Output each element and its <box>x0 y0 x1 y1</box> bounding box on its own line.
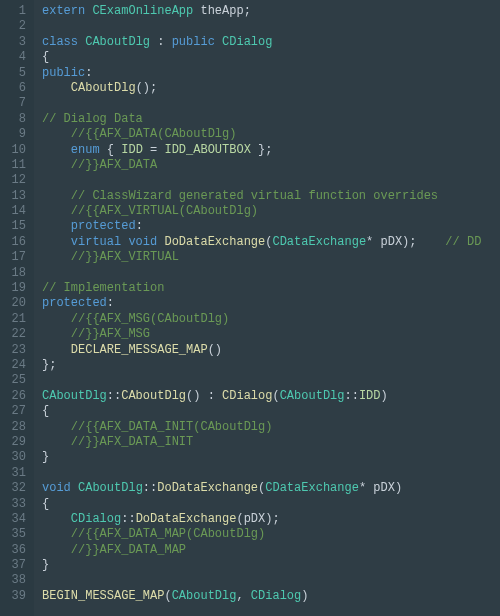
line-number: 18 <box>0 266 26 281</box>
code-line[interactable]: BEGIN_MESSAGE_MAP(CAboutDlg, CDialog) <box>42 589 500 604</box>
code-line[interactable]: protected: <box>42 296 500 311</box>
line-number: 13 <box>0 189 26 204</box>
code-line[interactable]: enum { IDD = IDD_ABOUTBOX }; <box>42 143 500 158</box>
token-punct: , <box>236 589 250 603</box>
token-keyword: virtual <box>71 235 129 249</box>
token-plain <box>42 512 71 526</box>
line-number: 19 <box>0 281 26 296</box>
token-enumval: IDD <box>121 143 143 157</box>
token-comment: //{{AFX_DATA_MAP(CAboutDlg) <box>71 527 265 541</box>
code-line[interactable]: { <box>42 50 500 65</box>
token-comment: //}}AFX_DATA_MAP <box>71 543 186 557</box>
code-line[interactable]: { <box>42 497 500 512</box>
line-number: 21 <box>0 312 26 327</box>
token-comment: // Dialog Data <box>42 112 143 126</box>
line-number: 20 <box>0 296 26 311</box>
code-line[interactable]: CAboutDlg::CAboutDlg() : CDialog(CAboutD… <box>42 389 500 404</box>
line-number: 5 <box>0 66 26 81</box>
token-plain <box>251 143 258 157</box>
code-line[interactable]: //}}AFX_DATA <box>42 158 500 173</box>
token-plain <box>100 143 107 157</box>
code-line[interactable]: protected: <box>42 219 500 234</box>
token-type: CDialog <box>222 35 272 49</box>
line-number: 25 <box>0 373 26 388</box>
token-punct: }; <box>258 143 272 157</box>
code-line[interactable]: void CAboutDlg::DoDataExchange(CDataExch… <box>42 481 500 496</box>
code-line[interactable]: // ClassWizard generated virtual functio… <box>42 189 500 204</box>
code-line[interactable]: //}}AFX_DATA_MAP <box>42 543 500 558</box>
code-line[interactable]: public: <box>42 66 500 81</box>
token-punct: * <box>359 481 366 495</box>
line-number: 37 <box>0 558 26 573</box>
code-line[interactable]: //{{AFX_DATA_MAP(CAboutDlg) <box>42 527 500 542</box>
token-keyword: void <box>128 235 157 249</box>
code-line[interactable]: // Implementation <box>42 281 500 296</box>
code-line[interactable]: } <box>42 558 500 573</box>
token-plain <box>200 389 207 403</box>
code-line[interactable]: //{{AFX_MSG(CAboutDlg) <box>42 312 500 327</box>
code-line[interactable]: //{{AFX_DATA_INIT(CAboutDlg) <box>42 420 500 435</box>
token-punct: : <box>107 296 114 310</box>
token-plain <box>42 219 71 233</box>
code-line[interactable]: //{{AFX_VIRTUAL(CAboutDlg) <box>42 204 500 219</box>
token-plain <box>215 389 222 403</box>
token-type: CDataExchange <box>272 235 366 249</box>
token-type: CAboutDlg <box>172 589 237 603</box>
code-line[interactable]: { <box>42 404 500 419</box>
code-line[interactable]: // Dialog Data <box>42 112 500 127</box>
code-line[interactable] <box>42 96 500 111</box>
code-line[interactable]: virtual void DoDataExchange(CDataExchang… <box>42 235 500 250</box>
code-line[interactable]: //}}AFX_VIRTUAL <box>42 250 500 265</box>
token-comment: //{{AFX_DATA_INIT(CAboutDlg) <box>71 420 273 434</box>
token-plain <box>42 143 71 157</box>
line-number: 27 <box>0 404 26 419</box>
code-editor[interactable]: 1234567891011121314151617181920212223242… <box>0 0 500 616</box>
token-type: CAboutDlg <box>280 389 345 403</box>
code-line[interactable] <box>42 19 500 34</box>
token-func: DECLARE_MESSAGE_MAP <box>71 343 208 357</box>
token-punct: (); <box>136 81 158 95</box>
token-punct: ( <box>272 389 279 403</box>
code-line[interactable]: CDialog::DoDataExchange(pDX); <box>42 512 500 527</box>
token-comment: //{{AFX_DATA(CAboutDlg) <box>71 127 237 141</box>
code-line[interactable]: }; <box>42 358 500 373</box>
code-line[interactable]: //{{AFX_DATA(CAboutDlg) <box>42 127 500 142</box>
token-plain <box>42 250 71 264</box>
token-punct: { <box>42 497 49 511</box>
token-plain: theApp <box>193 4 243 18</box>
code-line[interactable]: class CAboutDlg : public CDialog <box>42 35 500 50</box>
line-number-gutter: 1234567891011121314151617181920212223242… <box>0 0 34 616</box>
line-number: 24 <box>0 358 26 373</box>
code-line[interactable]: CAboutDlg(); <box>42 81 500 96</box>
token-punct: () <box>186 389 200 403</box>
line-number: 32 <box>0 481 26 496</box>
code-line[interactable] <box>42 373 500 388</box>
code-line[interactable]: //}}AFX_DATA_INIT <box>42 435 500 450</box>
token-func: DoDataExchange <box>136 512 237 526</box>
code-line[interactable] <box>42 466 500 481</box>
token-comment: //}}AFX_DATA_INIT <box>71 435 193 449</box>
token-plain: pDX <box>244 512 266 526</box>
token-punct: ); <box>402 235 416 249</box>
code-line[interactable] <box>42 573 500 588</box>
code-line[interactable] <box>42 173 500 188</box>
line-number: 11 <box>0 158 26 173</box>
code-line[interactable]: extern CExamOnlineApp theApp; <box>42 4 500 19</box>
code-line[interactable] <box>42 266 500 281</box>
line-number: 7 <box>0 96 26 111</box>
token-keyword: protected <box>71 219 136 233</box>
code-line[interactable]: } <box>42 450 500 465</box>
code-line[interactable]: //}}AFX_MSG <box>42 327 500 342</box>
token-punct: ( <box>164 589 171 603</box>
token-punct: :: <box>143 481 157 495</box>
token-keyword: public <box>172 35 222 49</box>
code-area[interactable]: extern CExamOnlineApp theApp; class CAbo… <box>34 0 500 616</box>
token-keyword: enum <box>71 143 100 157</box>
line-number: 17 <box>0 250 26 265</box>
token-punct: () <box>208 343 222 357</box>
token-comment: //{{AFX_VIRTUAL(CAboutDlg) <box>71 204 258 218</box>
token-keyword: void <box>42 481 71 495</box>
code-line[interactable]: DECLARE_MESSAGE_MAP() <box>42 343 500 358</box>
token-plain <box>42 81 71 95</box>
token-keyword: extern <box>42 4 92 18</box>
